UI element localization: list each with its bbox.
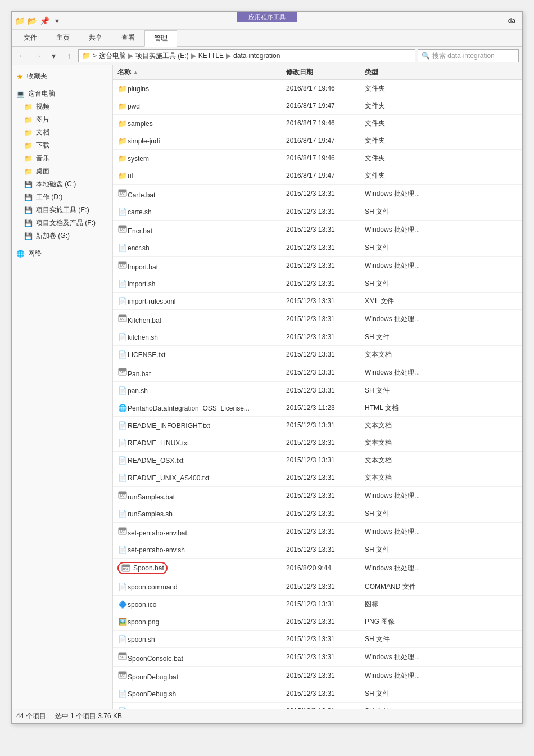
table-row[interactable]: 🖼️spoon.png 2015/12/3 13:31 PNG 图像 bbox=[113, 613, 522, 631]
table-row[interactable]: BATrunSamples.bat 2015/12/3 13:31 Window… bbox=[113, 487, 522, 505]
sidebar-item-downloads[interactable]: 📁 下载 bbox=[12, 139, 112, 152]
table-row[interactable]: 📄spoon.sh 2015/12/3 13:31 SH 文件 bbox=[113, 631, 522, 648]
header-type[interactable]: 类型 bbox=[360, 65, 428, 79]
back-button[interactable]: ← bbox=[15, 49, 29, 62]
table-row[interactable]: 📁simple-jndi 2016/8/17 19:47 文件夹 bbox=[113, 132, 522, 150]
path-sep2: ▶ bbox=[191, 52, 196, 60]
table-row[interactable]: 📄spoon.command 2015/12/3 13:31 COMMAND 文… bbox=[113, 578, 522, 596]
table-row[interactable]: BATCarte.bat 2015/12/3 13:31 Windows 批处理… bbox=[113, 184, 522, 203]
table-row[interactable]: BATPan.bat 2015/12/3 13:31 Windows 批处理..… bbox=[113, 363, 522, 382]
dropdown-arrow-icon[interactable]: ▾ bbox=[51, 15, 62, 26]
table-row[interactable]: 📁system 2016/8/17 19:46 文件夹 bbox=[113, 150, 522, 167]
dropdown-nav-button[interactable]: ▾ bbox=[47, 49, 60, 62]
file-type: 文本文档 bbox=[360, 436, 428, 450]
table-row[interactable]: BATImport.bat 2015/12/3 13:31 Windows 批处… bbox=[113, 256, 522, 275]
table-row[interactable]: 📄README_INFOBRIGHT.txt 2015/12/3 13:31 文… bbox=[113, 417, 522, 434]
sidebar-item-this-pc[interactable]: 💻 这台电脑 bbox=[12, 87, 112, 100]
sidebar-item-work-d[interactable]: 💾 工作 (D:) bbox=[12, 191, 112, 204]
table-row[interactable]: 🌐PentahoDataIntegration_OSS_License... 2… bbox=[113, 399, 522, 417]
table-row[interactable]: 📄import-rules.xml 2015/12/3 13:31 XML 文件 bbox=[113, 292, 522, 310]
file-type: HTML 文档 bbox=[360, 401, 428, 415]
ribbon-tabs-row: 文件 主页 共享 查看 管理 bbox=[12, 30, 522, 47]
sidebar-item-favorites[interactable]: ★ 收藏夹 bbox=[12, 70, 112, 83]
folder-icon: 📁 bbox=[24, 142, 33, 150]
table-row[interactable]: BATKitchen.bat 2015/12/3 13:31 Windows 批… bbox=[113, 310, 522, 328]
sidebar-item-project-f[interactable]: 💾 项目文档及产品 (F:) bbox=[12, 217, 112, 230]
path-sep1: ▶ bbox=[128, 52, 133, 60]
file-name-cell: 📁plugins bbox=[113, 81, 282, 96]
table-row[interactable]: 📁samples 2016/8/17 19:46 文件夹 bbox=[113, 115, 522, 132]
file-name: spoon.ico bbox=[128, 601, 156, 609]
bat-icon: BAT bbox=[117, 224, 128, 234]
sidebar-item-project-e[interactable]: 💾 项目实施工具 (E:) bbox=[12, 204, 112, 217]
table-row[interactable]: 📁plugins 2016/8/17 19:46 文件夹 bbox=[113, 80, 522, 97]
file-name-cell: BATEncr.bat bbox=[113, 222, 282, 237]
table-row[interactable]: 📄README_UNIX_AS400.txt 2015/12/3 13:31 文… bbox=[113, 469, 522, 487]
table-row[interactable]: BATSpoon.bat 2016/8/20 9:44 Windows 批处理.… bbox=[113, 559, 522, 578]
svg-text:BAT: BAT bbox=[120, 674, 125, 677]
bat-icon: BAT bbox=[117, 651, 128, 662]
tab-file[interactable]: 文件 bbox=[14, 30, 47, 46]
table-row[interactable]: 📄carte.sh 2015/12/3 13:31 SH 文件 bbox=[113, 203, 522, 220]
table-row[interactable]: 📄SpoonDebug.sh 2015/12/3 13:31 SH 文件 bbox=[113, 685, 522, 703]
file-name-cell: 📄yarn.sh bbox=[113, 704, 282, 709]
table-row[interactable]: BATSpoonDebug.bat 2015/12/3 13:31 Window… bbox=[113, 667, 522, 685]
sidebar-item-music[interactable]: 📁 音乐 bbox=[12, 152, 112, 165]
sidebar-thispc-label: 这台电脑 bbox=[28, 89, 55, 98]
file-name: system bbox=[128, 155, 149, 163]
sidebar-projecte-label: 项目实施工具 (E:) bbox=[36, 205, 89, 215]
file-name-cell: 📁samples bbox=[113, 116, 282, 130]
tab-view[interactable]: 查看 bbox=[112, 30, 144, 46]
folder-icon-path: 📁 bbox=[82, 52, 90, 60]
table-row[interactable]: 📄kitchen.sh 2015/12/3 13:31 SH 文件 bbox=[113, 328, 522, 346]
sh-icon: 📄 bbox=[117, 634, 128, 644]
search-box[interactable]: 🔍 搜索 data-integration bbox=[418, 49, 519, 62]
table-row[interactable]: 🔷spoon.ico 2015/12/3 13:31 图标 bbox=[113, 596, 522, 613]
file-name-cell: BATSpoonDebug.bat bbox=[113, 668, 282, 683]
file-name: README_OSX.txt bbox=[128, 457, 183, 465]
tab-home[interactable]: 主页 bbox=[47, 30, 79, 46]
sh-icon: 📄 bbox=[117, 706, 128, 709]
svg-text:BAT: BAT bbox=[120, 371, 125, 374]
file-name-cell: BATset-pentaho-env.bat bbox=[113, 524, 282, 539]
table-row[interactable]: BATEncr.bat 2015/12/3 13:31 Windows 批处理.… bbox=[113, 220, 522, 239]
file-date: 2015/12/3 13:31 bbox=[282, 419, 360, 431]
file-name: README_INFOBRIGHT.txt bbox=[128, 422, 210, 430]
header-date[interactable]: 修改日期 bbox=[282, 65, 360, 79]
table-row[interactable]: 📄README_OSX.txt 2015/12/3 13:31 文本文档 bbox=[113, 452, 522, 469]
file-name: plugins bbox=[128, 85, 149, 93]
table-row[interactable]: 📁ui 2016/8/17 19:47 文件夹 bbox=[113, 167, 522, 184]
header-name[interactable]: 名称 ▲ bbox=[113, 65, 282, 79]
table-row[interactable]: BATset-pentaho-env.bat 2015/12/3 13:31 W… bbox=[113, 523, 522, 541]
table-row[interactable]: 📄set-pentaho-env.sh 2015/12/3 13:31 SH 文… bbox=[113, 541, 522, 559]
tab-share[interactable]: 共享 bbox=[79, 30, 112, 46]
sidebar-item-desktop[interactable]: 📁 桌面 bbox=[12, 165, 112, 178]
file-name: set-pentaho-env.sh bbox=[128, 546, 185, 554]
sidebar-item-network[interactable]: 🌐 网络 bbox=[12, 247, 112, 260]
sidebar-item-local-c[interactable]: 💾 本地磁盘 (C:) bbox=[12, 178, 112, 191]
sidebar-item-new-vol-g[interactable]: 💾 新加卷 (G:) bbox=[12, 230, 112, 242]
table-row[interactable]: 📄yarn.sh 2015/12/3 13:31 SH 文件 bbox=[113, 703, 522, 709]
file-name-cell: 🔷spoon.ico bbox=[113, 597, 282, 611]
sidebar-item-videos[interactable]: 📁 视频 bbox=[12, 100, 112, 113]
table-row[interactable]: BATSpoonConsole.bat 2015/12/3 13:31 Wind… bbox=[113, 648, 522, 667]
table-row[interactable]: 📄encr.sh 2015/12/3 13:31 SH 文件 bbox=[113, 239, 522, 256]
table-row[interactable]: 📄LICENSE.txt 2015/12/3 13:31 文本文档 bbox=[113, 346, 522, 363]
sidebar-item-documents[interactable]: 📁 文档 bbox=[12, 126, 112, 139]
file-type: 文件夹 bbox=[360, 134, 428, 148]
address-path[interactable]: 📁 > 这台电脑 ▶ 项目实施工具 (E:) ▶ KETTLE ▶ data-i… bbox=[78, 49, 415, 62]
sidebar-item-pictures[interactable]: 📁 图片 bbox=[12, 113, 112, 126]
file-date: 2015/12/3 13:31 bbox=[282, 187, 360, 200]
forward-button[interactable]: → bbox=[31, 49, 44, 62]
file-rows-container: 📁plugins 2016/8/17 19:46 文件夹 📁pwd 2016/8… bbox=[113, 80, 522, 709]
table-row[interactable]: 📁pwd 2016/8/17 19:47 文件夹 bbox=[113, 97, 522, 115]
disk-icon: 💾 bbox=[24, 219, 33, 227]
folder-icon: 📁 bbox=[117, 136, 128, 146]
table-row[interactable]: 📄import.sh 2015/12/3 13:31 SH 文件 bbox=[113, 275, 522, 292]
up-button[interactable]: ↑ bbox=[62, 49, 76, 62]
table-row[interactable]: 📄README_LINUX.txt 2015/12/3 13:31 文本文档 bbox=[113, 434, 522, 452]
table-row[interactable]: 📄pan.sh 2015/12/3 13:31 SH 文件 bbox=[113, 382, 522, 399]
tab-manage[interactable]: 管理 bbox=[144, 30, 177, 47]
html-icon: 🌐 bbox=[117, 403, 128, 413]
table-row[interactable]: 📄runSamples.sh 2015/12/3 13:31 SH 文件 bbox=[113, 505, 522, 523]
